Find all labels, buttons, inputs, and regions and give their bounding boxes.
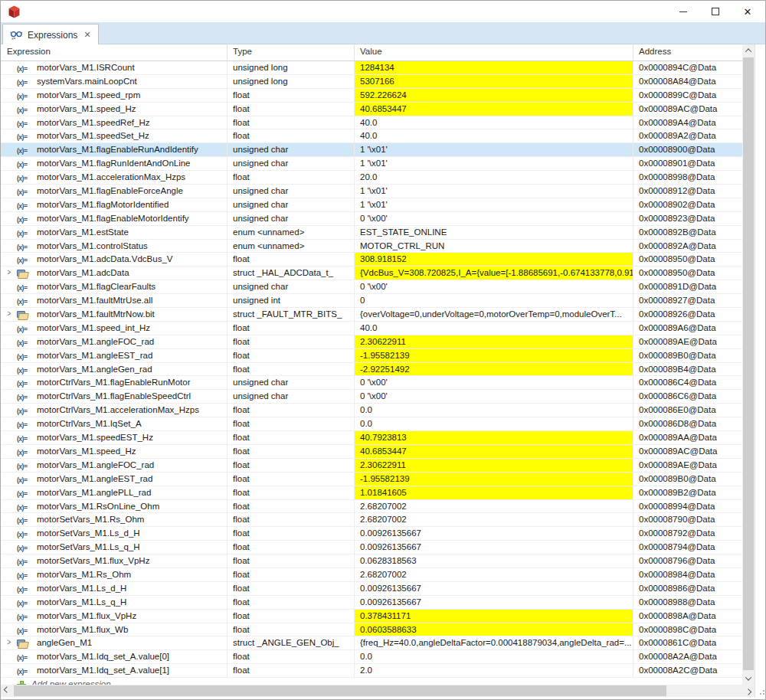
value-cell[interactable]: 592.226624 [355,89,633,103]
table-row[interactable]: > angleGen_M1 struct _ANGLE_GEN_Obj_ {fr… [1,636,742,650]
expression-cell[interactable]: (x)= motorSetVars_M1.flux_VpHz [1,554,228,568]
value-cell[interactable]: 308.918152 [355,253,633,267]
value-cell[interactable]: 0.378431171 [355,610,633,623]
value-cell[interactable]: 0.00926135667 [355,541,633,554]
expression-cell[interactable]: (x)= motorVars_M1.Ls_q_H [1,596,228,610]
value-cell[interactable]: 0.00926135667 [355,596,633,610]
expression-cell[interactable]: (x)= motorVars_M1.faultMtrUse.all [1,294,228,308]
table-row[interactable]: (x)= motorVars_M1.flux_VpHz float 0.3784… [1,610,742,623]
table-row[interactable]: (x)= motorCtrlVars_M1.flagEnableSpeedCtr… [1,390,742,404]
expression-cell[interactable]: (x)= motorSetVars_M1.Ls_d_H [1,527,228,541]
value-cell[interactable]: 1 '\x01' [355,198,633,212]
horizontal-scrollbar-thumb[interactable] [14,685,666,696]
expression-cell[interactable]: (x)= motorVars_M1.flagEnableMotorIdentif… [1,212,228,226]
table-row[interactable]: (x)= motorVars_M1.flux_Wb float 0.060358… [1,623,742,637]
value-cell[interactable]: 0 '\x00' [355,212,633,226]
expression-cell[interactable]: (x)= motorVars_M1.flagMotorIdentified [1,198,228,212]
value-cell[interactable]: 0.00926135667 [355,527,633,541]
table-row[interactable]: (x)= motorVars_M1.flagMotorIdentified un… [1,198,742,212]
table-row[interactable]: (x)= motorVars_M1.estState enum <unnamed… [1,226,742,240]
table-row[interactable]: (x)= motorVars_M1.controlStatus enum <un… [1,240,742,254]
expression-cell[interactable]: (x)= motorVars_M1.adcData.VdcBus_V [1,253,228,267]
value-cell[interactable]: 1 '\x01' [355,143,633,157]
resize-grip[interactable] [758,688,764,695]
value-cell[interactable]: 0.0 [355,417,633,431]
expression-cell[interactable]: (x)= motorVars_M1.accelerationMax_Hzps [1,171,228,185]
expression-cell[interactable]: (x)= motorVars_M1.speedRef_Hz [1,116,228,130]
table-row[interactable]: (x)= motorSetVars_M1.Ls_d_H float 0.0092… [1,527,742,541]
expression-cell[interactable]: (x)= motorSetVars_M1.Ls_q_H [1,541,228,554]
table-row[interactable]: (x)= motorVars_M1.adcData.VdcBus_V float… [1,253,742,267]
window-close-button[interactable]: ✕ [732,2,764,21]
vertical-scrollbar[interactable] [742,44,755,685]
expression-cell[interactable]: (x)= motorVars_M1.flux_Wb [1,623,228,637]
window-minimize-button[interactable] [667,2,699,21]
table-row[interactable]: (x)= motorSetVars_M1.flux_VpHz float 0.0… [1,554,742,568]
table-row[interactable]: (x)= motorVars_M1.angleEST_rad float -1.… [1,473,742,486]
table-row[interactable]: (x)= motorVars_M1.speedSet_Hz float 40.0… [1,129,742,143]
expression-cell[interactable]: (x)= motorVars_M1.angleEST_rad [1,473,228,486]
value-cell[interactable]: 20.0 [355,171,633,185]
value-cell[interactable]: 2.68207002 [355,500,633,514]
table-row[interactable]: (x)= motorVars_M1.speed_Hz float 40.6853… [1,103,742,116]
value-cell[interactable]: {VdcBus_V=308.720825,I_A={value=[-1.8868… [355,267,633,280]
table-row[interactable]: (x)= motorVars_M1.flagClearFaults unsign… [1,280,742,294]
value-cell[interactable]: 40.0 [355,322,633,335]
expression-cell[interactable]: (x)= motorCtrlVars_M1.IqSet_A [1,417,228,431]
expression-cell[interactable]: (x)= motorCtrlVars_M1.flagEnableSpeedCtr… [1,390,228,404]
table-row[interactable]: (x)= motorVars_M1.angleFOC_rad float 2.3… [1,335,742,349]
value-cell[interactable]: -1.95582139 [355,349,633,363]
value-cell[interactable]: 0 '\x00' [355,390,633,404]
expression-cell[interactable]: (x)= motorVars_M1.Ls_d_H [1,582,228,596]
expression-cell[interactable]: (x)= motorVars_M1.speedSet_Hz [1,129,228,143]
expression-cell[interactable]: (x)= motorVars_M1.Idq_set_A.value[1] [1,664,228,678]
expression-cell[interactable]: (x)= motorVars_M1.speed_rpm [1,89,228,103]
table-row[interactable]: (x)= motorSetVars_M1.Ls_q_H float 0.0092… [1,541,742,554]
expression-cell[interactable]: (x)= motorVars_M1.RsOnLine_Ohm [1,500,228,514]
value-cell[interactable]: {freq_Hz=40.0,angleDeltaFactor=0.0004188… [355,636,633,650]
table-row[interactable]: (x)= motorVars_M1.RsOnLine_Ohm float 2.6… [1,500,742,514]
expression-cell[interactable]: (x)= motorVars_M1.flagEnableRunAndIdenti… [1,143,228,157]
window-title-bar[interactable]: ✕ [1,1,765,22]
expression-cell[interactable]: (x)= motorVars_M1.flagRunIdentAndOnLine [1,157,228,171]
table-row[interactable]: (x)= motorVars_M1.Rs_Ohm float 2.6820700… [1,568,742,582]
table-row[interactable]: (x)= motorCtrlVars_M1.flagEnableRunMotor… [1,376,742,390]
expression-cell[interactable]: (x)= motorVars_M1.speed_int_Hz [1,322,228,335]
table-row[interactable]: (x)= motorVars_M1.speed_int_Hz float 40.… [1,322,742,335]
table-row[interactable]: (x)= motorVars_M1.anglePLL_rad float 1.0… [1,486,742,500]
value-cell[interactable]: 1284134 [355,61,633,75]
value-cell[interactable]: 0 '\x00' [355,376,633,390]
value-cell[interactable]: EST_STATE_ONLINE [355,226,633,240]
table-row[interactable]: (x)= systemVars.mainLoopCnt unsigned lon… [1,75,742,89]
expression-cell[interactable]: (x)= motorCtrlVars_M1.accelerationMax_Hz… [1,404,228,417]
table-row[interactable]: (x)= motorVars_M1.speed_Hz float 40.6853… [1,445,742,459]
expression-cell[interactable]: > angleGen_M1 [1,636,228,650]
table-row[interactable]: (x)= motorVars_M1.flagEnableForceAngle u… [1,185,742,198]
expression-cell[interactable]: (x)= motorVars_M1.flux_VpHz [1,610,228,623]
value-cell[interactable]: 0 [355,294,633,308]
value-cell[interactable]: 2.30622911 [355,335,633,349]
column-header-type[interactable]: Type [228,44,355,61]
table-row[interactable]: (x)= motorVars_M1.angleGen_rad float -2.… [1,363,742,377]
value-cell[interactable]: 0.0628318563 [355,554,633,568]
table-row[interactable]: > motorVars_M1.faultMtrNow.bit struct _F… [1,308,742,322]
value-cell[interactable]: 40.7923813 [355,431,633,445]
scroll-up-button[interactable] [742,44,755,57]
column-header-address[interactable]: Address [633,44,742,61]
table-row[interactable]: (x)= motorVars_M1.faultMtrUse.all unsign… [1,294,742,308]
expression-cell[interactable]: (x)= motorVars_M1.Rs_Ohm [1,568,228,582]
value-cell[interactable]: 0.0603588633 [355,623,633,637]
expression-cell[interactable]: (x)= motorCtrlVars_M1.flagEnableRunMotor [1,376,228,390]
table-row[interactable]: (x)= motorVars_M1.Idq_set_A.value[1] flo… [1,664,742,678]
value-cell[interactable]: 0.00926135667 [355,582,633,596]
value-cell[interactable]: 40.6853447 [355,445,633,459]
table-row[interactable]: (x)= motorVars_M1.flagEnableMotorIdentif… [1,212,742,226]
vertical-scrollbar-thumb[interactable] [743,57,754,670]
tab-close-icon[interactable]: ✕ [83,30,90,40]
scroll-left-button[interactable] [1,685,13,697]
value-cell[interactable]: 2.68207002 [355,513,633,527]
expression-cell[interactable]: (x)= motorVars_M1.angleFOC_rad [1,335,228,349]
table-row[interactable]: (x)= motorVars_M1.angleFOC_rad float 2.3… [1,459,742,473]
value-cell[interactable]: 0.0 [355,404,633,417]
table-row[interactable]: (x)= motorVars_M1.accelerationMax_Hzps f… [1,171,742,185]
